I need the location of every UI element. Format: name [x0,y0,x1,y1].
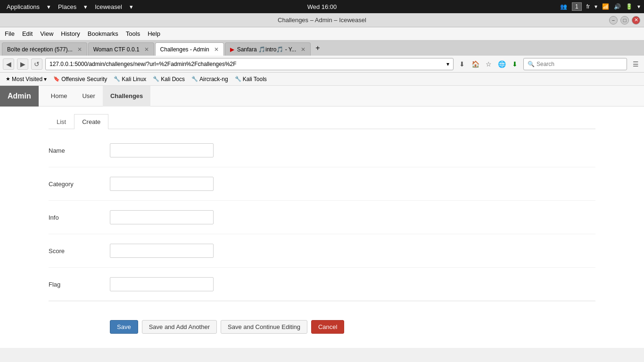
tab-bar: Boîte de réception (577)... ✕ Woman CTF … [0,41,644,56]
cancel-label: Cancel [318,323,337,330]
kali-linux-label: Kali Linux [122,76,146,82]
input-name[interactable] [110,143,214,157]
tab-womanctf-close[interactable]: ✕ [144,46,149,53]
form-actions: Save Save and Add Another Save and Conti… [110,311,595,343]
menu-file[interactable]: File [2,29,17,38]
menu-edit[interactable]: Edit [19,29,35,38]
tab-youtube-icon: ▶ [230,46,234,53]
field-row-info: Info [49,210,595,234]
most-visited-label: Most Visited [12,76,42,82]
kali-tools-icon: 🔧 [235,76,241,82]
menu-tools[interactable]: Tools [123,29,143,38]
menu-help[interactable]: Help [145,29,163,38]
menu-bookmarks[interactable]: Bookmarks [85,29,121,38]
nav-challenges[interactable]: Challenges [103,86,150,107]
globe-icon[interactable]: 🌐 [496,58,507,70]
search-input[interactable] [537,61,623,67]
menu-view[interactable]: View [37,29,56,38]
new-tab-button[interactable]: + [312,42,323,54]
menu-history[interactable]: History [58,29,83,38]
save-add-button[interactable]: Save and Add Another [142,320,217,334]
browser-frame: Admin Home User Challenges List [0,86,644,348]
field-row-name: Name [49,143,595,167]
label-score: Score [49,247,110,255]
input-category[interactable] [110,177,214,191]
input-score[interactable] [110,244,214,258]
kali-docs-label: Kali Docs [161,76,185,82]
bookmark-kali-docs[interactable]: 🔧 Kali Docs [151,75,187,83]
tab-create-label: Create [82,118,100,125]
nav-user-label: User [82,92,95,99]
browser-titlebar: Challenges – Admin – Iceweasel − □ ✕ [0,13,644,27]
search-bar[interactable]: 🔍 [523,58,627,70]
url-bar[interactable]: 127.0.0.1:5000/admin/challenges/new/?url… [45,58,454,70]
offensive-security-icon: 🔖 [53,76,60,82]
tab-inbox-label: Boîte de réception (577)... [7,46,73,53]
forward-button[interactable]: ▶ [17,58,28,70]
save-edit-button[interactable]: Save and Continue Editing [221,320,307,334]
url-dropdown-icon[interactable]: ▾ [446,61,449,67]
rss-icon[interactable]: ⬇ [509,58,520,70]
tab-youtube-label: Sanfara 🎵intro🎵 - Y... [237,46,297,53]
workspace-badge[interactable]: 1 [572,2,582,11]
nav-challenges-label: Challenges [110,92,143,99]
create-form: Name Category Info Score Flag [49,139,595,348]
label-info: Info [49,214,110,221]
kali-docs-icon: 🔧 [153,76,159,82]
page-content-wrapper: List Create Name Category Info [39,107,605,348]
input-flag[interactable] [110,277,214,291]
places-arrow: ▾ [81,2,90,11]
admin-nav: Home User Challenges [43,86,151,107]
maximize-button[interactable]: □ [620,16,629,25]
back-button[interactable]: ◀ [3,58,14,70]
cancel-button[interactable]: Cancel [311,320,344,334]
input-info[interactable] [110,210,214,224]
bookmark-aircrack[interactable]: 🔧 Aircrack-ng [190,75,230,83]
home-icon[interactable]: 🏠 [470,58,481,70]
label-name: Name [49,147,110,154]
lang-indicator: fr [586,3,590,10]
address-bar: ◀ ▶ ↺ 127.0.0.1:5000/admin/challenges/ne… [0,56,644,73]
menu-icon[interactable]: ☰ [630,58,641,70]
tab-list-label: List [57,118,66,125]
tab-youtube-close[interactable]: ✕ [301,46,305,53]
label-category: Category [49,181,110,188]
os-taskbar: Applications ▾ Places ▾ Iceweasel ▾ Wed … [0,0,644,13]
tab-create[interactable]: Create [74,114,108,129]
tab-challenges[interactable]: Challenges - Admin ✕ [155,42,224,56]
admin-brand-label: Admin [8,92,31,100]
tab-inbox-close[interactable]: ✕ [77,46,82,53]
reload-button[interactable]: ↺ [31,58,42,70]
tab-inbox[interactable]: Boîte de réception (577)... ✕ [2,42,87,56]
close-button[interactable]: ✕ [632,16,640,25]
bookmark-kali-tools[interactable]: 🔧 Kali Tools [233,75,269,83]
admin-brand: Admin [0,86,39,107]
save-button[interactable]: Save [110,320,138,334]
tab-youtube[interactable]: ▶ Sanfara 🎵intro🎵 - Y... ✕ [225,42,311,56]
tab-list[interactable]: List [49,114,74,129]
field-row-flag: Flag [49,277,595,301]
bookmark-offensive-security[interactable]: 🔖 Offensive Security [51,75,109,83]
bookmark-star-icon[interactable]: ☆ [483,58,494,70]
browser-menu[interactable]: Iceweasel [92,2,125,11]
download-icon[interactable]: ⬇ [456,58,468,70]
nav-home[interactable]: Home [43,86,75,107]
bookmark-kali-linux[interactable]: 🔧 Kali Linux [112,75,148,83]
power-arrow: ▾ [637,3,640,10]
os-clock: Wed 16:00 [307,3,337,10]
tab-womanctf[interactable]: Woman CTF 0.0.1 ✕ [88,42,154,56]
tab-womanctf-label: Woman CTF 0.0.1 [93,46,140,53]
volume-icon: 🔊 [614,3,621,10]
places-menu[interactable]: Places [55,2,79,11]
most-visited-arrow: ▾ [44,76,47,82]
minimize-button[interactable]: − [609,16,618,25]
page-tabs: List Create [49,114,595,129]
wifi-icon: 📶 [602,3,609,10]
label-flag: Flag [49,281,110,288]
applications-menu[interactable]: Applications [4,2,42,11]
nav-user[interactable]: User [74,86,102,107]
search-icon: 🔍 [528,61,535,67]
bookmark-most-visited[interactable]: ★ Most Visited ▾ [4,75,49,83]
tab-challenges-close[interactable]: ✕ [214,46,219,53]
save-button-label: Save [117,323,131,330]
